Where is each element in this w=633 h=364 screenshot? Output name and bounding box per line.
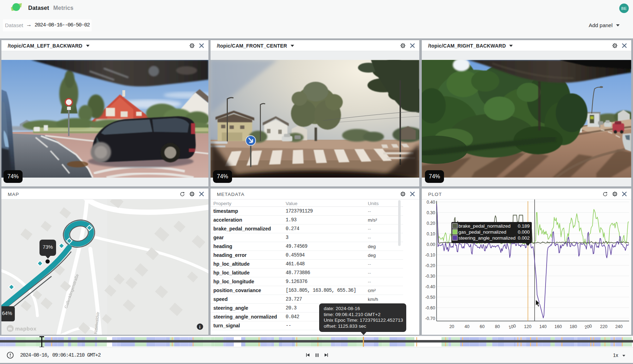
svg-text:0.40: 0.40 bbox=[427, 200, 435, 205]
svg-text:160: 160 bbox=[554, 324, 562, 329]
svg-text:180: 180 bbox=[570, 324, 577, 329]
svg-text:0.189: 0.189 bbox=[518, 223, 530, 229]
svg-text:40: 40 bbox=[464, 324, 469, 329]
svg-text:220: 220 bbox=[600, 324, 608, 329]
svg-text:60: 60 bbox=[480, 324, 485, 329]
svg-text:-0.20: -0.20 bbox=[425, 263, 436, 268]
svg-text:80: 80 bbox=[495, 324, 500, 329]
svg-text:0.30: 0.30 bbox=[427, 210, 435, 215]
svg-text:0.10: 0.10 bbox=[427, 232, 435, 236]
svg-text:gas_pedal_normalized: gas_pedal_normalized bbox=[458, 229, 506, 235]
svg-text:-0.30: -0.30 bbox=[425, 274, 436, 279]
svg-text:-0.10: -0.10 bbox=[425, 253, 436, 258]
svg-text:-0.70: -0.70 bbox=[425, 316, 436, 321]
svg-text:-0.50: -0.50 bbox=[425, 295, 436, 300]
svg-text:m: m bbox=[8, 326, 12, 331]
svg-text:0.00: 0.00 bbox=[427, 242, 435, 247]
svg-text:-0.60: -0.60 bbox=[425, 306, 436, 310]
svg-text:0.000: 0.000 bbox=[518, 229, 530, 235]
svg-text:20: 20 bbox=[449, 324, 454, 329]
svg-text:120: 120 bbox=[524, 324, 531, 329]
svg-text:mapbox: mapbox bbox=[15, 326, 37, 332]
svg-text:240: 240 bbox=[615, 324, 623, 329]
svg-text:-0.40: -0.40 bbox=[425, 284, 436, 289]
svg-text:140: 140 bbox=[539, 324, 547, 329]
svg-text:steering_angle_normalized: steering_angle_normalized bbox=[458, 235, 516, 241]
svg-text:brake_pedal_normalized: brake_pedal_normalized bbox=[458, 223, 511, 229]
svg-text:0.20: 0.20 bbox=[427, 221, 435, 226]
svg-text:0.002: 0.002 bbox=[518, 235, 530, 241]
